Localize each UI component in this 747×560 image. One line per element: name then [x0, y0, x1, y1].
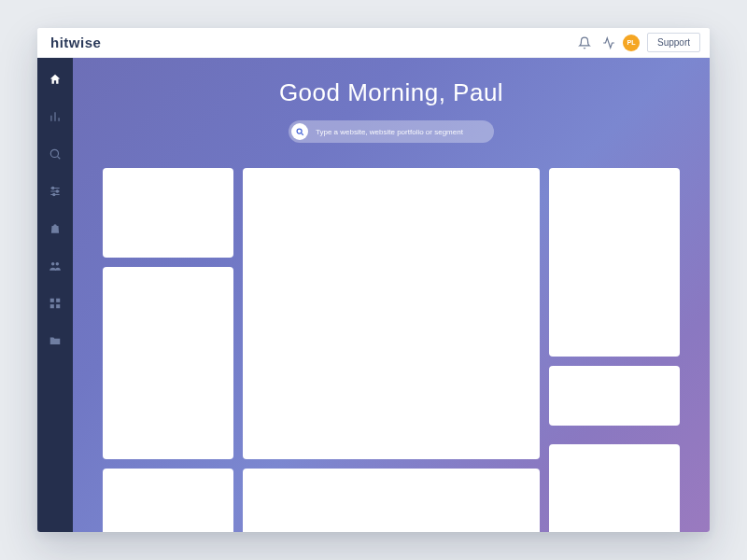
- sidebar-item-shopping[interactable]: [37, 213, 73, 245]
- sidebar-item-settings[interactable]: [37, 175, 73, 207]
- sidebar-item-search[interactable]: [37, 138, 73, 170]
- sliders-icon: [49, 185, 62, 198]
- svg-line-18: [302, 133, 303, 135]
- avatar[interactable]: PL: [623, 35, 640, 51]
- bag-icon: [49, 222, 62, 235]
- card-mid-right[interactable]: [549, 366, 680, 426]
- card-top-left-2[interactable]: [103, 267, 233, 459]
- main: Good Morning, Paul: [73, 58, 710, 532]
- svg-rect-13: [50, 299, 54, 302]
- search-icon: [291, 123, 308, 140]
- search-input[interactable]: [308, 128, 491, 136]
- app-frame: hitwise PL Support: [37, 28, 710, 532]
- search-icon: [49, 147, 62, 161]
- card-top-left-1[interactable]: [103, 168, 233, 258]
- grid-icon: [49, 297, 62, 310]
- svg-point-17: [297, 129, 302, 133]
- home-icon: [49, 73, 62, 86]
- svg-point-11: [51, 262, 55, 266]
- card-bottom-right[interactable]: [549, 444, 680, 532]
- sidebar-item-audience[interactable]: [37, 250, 73, 282]
- svg-point-3: [50, 149, 58, 157]
- svg-point-10: [53, 193, 55, 195]
- notifications-icon[interactable]: [574, 33, 595, 53]
- body: Good Morning, Paul: [37, 58, 710, 532]
- sidebar: [37, 58, 73, 532]
- sidebar-item-analytics[interactable]: [37, 101, 73, 133]
- activity-icon[interactable]: [599, 33, 619, 53]
- sidebar-item-home[interactable]: [37, 63, 73, 95]
- card-top-right[interactable]: [549, 168, 680, 357]
- card-center-bottom[interactable]: [243, 469, 540, 532]
- sidebar-item-files[interactable]: [37, 325, 73, 357]
- svg-rect-16: [56, 304, 60, 308]
- support-button[interactable]: Support: [647, 33, 700, 52]
- svg-point-8: [52, 187, 54, 189]
- search-bar[interactable]: [289, 120, 494, 143]
- brand-logo: hitwise: [50, 35, 101, 50]
- folder-icon: [49, 334, 62, 347]
- svg-line-4: [58, 157, 61, 160]
- dashboard-grid: [103, 168, 680, 532]
- topbar: hitwise PL Support: [37, 28, 710, 58]
- svg-rect-14: [56, 299, 60, 302]
- people-icon: [49, 259, 62, 273]
- card-bottom-left[interactable]: [103, 469, 233, 532]
- svg-point-12: [56, 262, 60, 266]
- chart-icon: [49, 110, 62, 123]
- sidebar-item-apps[interactable]: [37, 287, 73, 319]
- greeting-text: Good Morning, Paul: [73, 78, 710, 107]
- svg-point-9: [56, 190, 58, 192]
- card-center-large[interactable]: [243, 168, 540, 459]
- svg-rect-15: [50, 304, 54, 308]
